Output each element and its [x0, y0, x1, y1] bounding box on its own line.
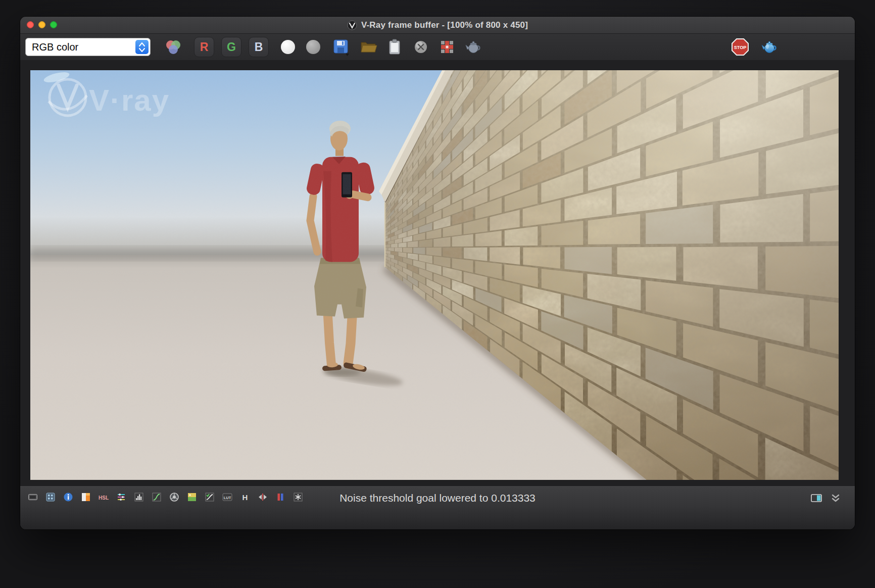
history-label: H [242, 493, 248, 502]
stop-label: STOP [734, 45, 746, 50]
mono-mode-button[interactable] [306, 40, 320, 54]
window-title: V-Ray frame buffer - [100% of 800 x 450] [361, 20, 528, 30]
hsl-icon[interactable]: HSL [98, 492, 109, 503]
blue-channel-label: B [255, 40, 263, 54]
title-bar[interactable]: V-Ray frame buffer - [100% of 800 x 450] [20, 17, 855, 34]
clipboard-icon [386, 38, 403, 56]
green-channel-label: G [227, 40, 236, 54]
track-mouse-button[interactable] [438, 37, 457, 57]
vray-app-icon [347, 20, 357, 30]
stereo-icon[interactable] [275, 492, 286, 503]
levels-icon[interactable] [133, 492, 144, 503]
red-channel-button[interactable]: R [194, 37, 214, 57]
background-image-icon[interactable] [186, 492, 198, 503]
rendered-scene: V·ray [30, 70, 839, 480]
compare-ab-icon[interactable] [257, 492, 268, 503]
window-title-area: V-Ray frame buffer - [100% of 800 x 450] [20, 17, 855, 33]
image-info-icon[interactable] [63, 492, 74, 503]
red-channel-label: R [200, 40, 209, 54]
ocio-icon[interactable] [204, 492, 215, 503]
curve-control-icon[interactable] [151, 492, 162, 503]
sharpen-icon[interactable] [293, 492, 304, 503]
rendered-image-viewport[interactable]: V·ray [30, 70, 839, 480]
toolbar-right-group: STOP [731, 34, 779, 60]
stop-sign-icon: STOP [731, 38, 749, 56]
statusbar-right-group [810, 492, 842, 504]
render-last-button[interactable] [464, 37, 483, 57]
select-stepper[interactable] [135, 40, 149, 54]
collapse-chevrons-icon[interactable] [830, 492, 842, 504]
stop-render-button[interactable]: STOP [731, 37, 750, 57]
lut-icon[interactable]: LUT [222, 492, 233, 503]
toolbar: RGB color R G B [20, 34, 855, 61]
channel-display-select[interactable]: RGB color [25, 38, 151, 56]
blue-teapot-icon [760, 38, 779, 56]
save-image-button[interactable] [331, 37, 351, 57]
status-message: Noise threshold goal lowered to 0.013333 [339, 492, 536, 504]
white-mode-button[interactable] [281, 40, 295, 54]
statusbar-icons: HSL [27, 492, 304, 503]
history-icon[interactable]: H [239, 492, 251, 503]
frame-buffer-canvas: V·ray [20, 61, 855, 485]
track-mouse-icon [439, 39, 455, 55]
chevron-up-icon [139, 42, 145, 46]
hsl-label: HSL [99, 495, 109, 501]
color-corrections-icon[interactable] [80, 492, 91, 503]
folder-icon [359, 38, 377, 56]
interactive-render-button[interactable] [760, 37, 779, 57]
channel-select-value: RGB color [32, 41, 78, 53]
chevron-down-icon [139, 48, 145, 52]
green-channel-button[interactable]: G [221, 37, 241, 57]
lut-label: LUT [224, 496, 231, 500]
clear-image-button[interactable] [411, 37, 430, 57]
floppy-disk-icon [332, 38, 350, 56]
white-balance-icon[interactable] [169, 492, 180, 503]
render-grain [30, 70, 839, 480]
display-correction-icon[interactable] [27, 492, 38, 503]
rgb-channels-icon[interactable] [164, 37, 183, 57]
teapot-icon [464, 38, 482, 56]
blue-channel-button[interactable]: B [249, 37, 269, 57]
status-bar: HSL [20, 485, 855, 529]
open-image-button[interactable] [359, 37, 378, 57]
pixel-information-icon[interactable] [45, 492, 56, 503]
corrections-panel-icon[interactable] [810, 493, 822, 504]
copy-to-clipboard-button[interactable] [385, 37, 404, 57]
vray-frame-buffer-window: V-Ray frame buffer - [100% of 800 x 450]… [20, 17, 855, 529]
clear-sphere-icon [413, 39, 429, 55]
color-balance-icon[interactable] [116, 492, 127, 503]
